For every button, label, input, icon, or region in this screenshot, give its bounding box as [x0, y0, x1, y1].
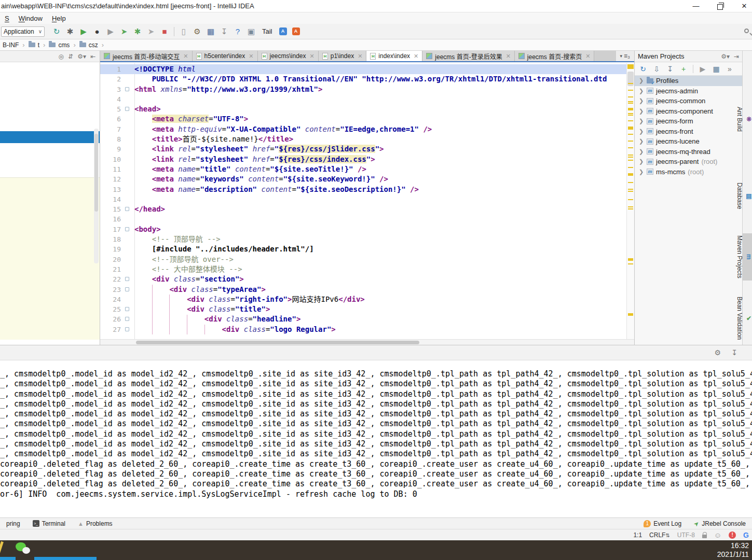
editor-tab[interactable]: jeecms 首页-搜索页✕: [515, 51, 595, 61]
maven-tree-node-jeecms-component[interactable]: ❯mjeecms-component: [635, 106, 742, 117]
make-project-icon[interactable]: ↻: [50, 24, 63, 39]
wechat-icon[interactable]: [16, 542, 30, 556]
horizontal-scrollbar[interactable]: [100, 339, 634, 345]
maven-run-config-icon[interactable]: ▦: [710, 65, 722, 73]
fold-marker-icon[interactable]: [125, 87, 129, 91]
code-line[interactable]: 7 <meta http-equiv="X-UA-Compatible" con…: [100, 124, 634, 134]
run-maven-goal-icon[interactable]: ▶: [696, 65, 709, 73]
code-line[interactable]: 13 <meta name="description" content="${s…: [100, 185, 634, 194]
warning-stripe-mark[interactable]: [628, 83, 633, 84]
close-tab-icon[interactable]: ✕: [506, 53, 511, 60]
maven-tree-node-jeecms-admin[interactable]: ❯mjeecms-admin: [635, 86, 742, 96]
debug-jrebel-icon[interactable]: ✱: [131, 24, 144, 39]
editor-error-stripe[interactable]: [626, 63, 634, 339]
fold-marker-icon[interactable]: [125, 227, 129, 231]
expand-chevron-icon[interactable]: ❯: [639, 169, 644, 175]
warning-stripe-mark[interactable]: [628, 258, 633, 261]
gear-icon[interactable]: ⚙▾: [721, 53, 730, 60]
download-icon[interactable]: ↧: [217, 24, 231, 39]
close-tab-icon[interactable]: ✕: [249, 53, 253, 60]
close-button-icon[interactable]: ✕: [741, 3, 748, 10]
warning-stripe-mark[interactable]: [628, 199, 633, 200]
code-line[interactable]: 4: [100, 94, 634, 104]
maven-tree-node-jeecms-form[interactable]: ❯mjeecms-form: [635, 116, 742, 127]
dock-button-ant-build[interactable]: ❋Ant Build: [743, 105, 752, 134]
profile-jrebel-icon[interactable]: ➤: [144, 24, 158, 39]
help-icon[interactable]: ?: [231, 24, 244, 39]
warning-stripe-mark[interactable]: [628, 147, 633, 148]
horizontal-scrollbar-thumb[interactable]: [136, 341, 419, 344]
hide-panel-icon[interactable]: ⇥: [734, 53, 739, 60]
warning-stripe-mark[interactable]: [628, 191, 633, 192]
expand-chevron-icon[interactable]: ❯: [639, 108, 644, 115]
menu-item-window[interactable]: Window: [15, 13, 46, 23]
expand-chevron-icon[interactable]: ❯: [639, 77, 644, 84]
compile-icon[interactable]: ✱: [63, 24, 77, 39]
warning-stripe-mark[interactable]: [628, 96, 633, 97]
code-line[interactable]: 16: [100, 214, 634, 224]
dock-button-bean-validation[interactable]: ✔Bean Validation: [743, 295, 752, 342]
translate-orange-icon[interactable]: A: [292, 27, 300, 35]
expand-chevron-icon[interactable]: ❯: [639, 97, 644, 104]
fold-marker-icon[interactable]: [125, 327, 129, 331]
warning-stripe-mark[interactable]: [628, 160, 633, 161]
editor-tab[interactable]: jeecms 首页-登录后效果✕: [422, 51, 515, 61]
settings-wrench-icon[interactable]: ⚙: [190, 24, 204, 39]
warning-stripe-mark[interactable]: [628, 101, 633, 102]
fold-marker-icon[interactable]: [125, 277, 129, 281]
jrebel-console-button[interactable]: ➤ JRebel Console: [688, 520, 752, 527]
menu-item-s[interactable]: S: [1, 13, 13, 23]
code-editor[interactable]: 1<!DOCTYPE html2 PUBLIC "-//W3C//DTD XHT…: [100, 63, 634, 339]
warning-stripe-mark[interactable]: [628, 120, 633, 121]
run-configuration-select[interactable]: Application ∨: [1, 26, 45, 37]
code-line[interactable]: 9 <link rel="stylesheet" href="${res}/cs…: [100, 144, 634, 154]
menu-item-help[interactable]: Help: [48, 13, 70, 23]
code-line[interactable]: 22 <div class="section">: [100, 274, 634, 284]
generate-sources-icon[interactable]: ↧: [664, 65, 676, 73]
warning-stripe-mark[interactable]: [627, 64, 634, 69]
editor-tab[interactable]: Hjeecms\index✕: [258, 51, 319, 61]
code-line[interactable]: 18 <!-- 顶部导航 -->: [100, 234, 634, 244]
warning-stripe-mark[interactable]: [628, 90, 633, 91]
warning-stripe-mark[interactable]: [628, 157, 633, 158]
expand-chevron-icon[interactable]: ❯: [639, 138, 644, 145]
left-pane-scrollbar[interactable]: [94, 129, 99, 263]
code-line[interactable]: 5<head>: [100, 104, 634, 114]
scroll-to-end-icon[interactable]: ↧: [731, 348, 737, 357]
warning-stripe-mark[interactable]: [628, 313, 633, 316]
maven-tree-node-profiles[interactable]: ❯Profiles: [635, 76, 742, 86]
warning-stripe-mark[interactable]: [628, 103, 633, 104]
warning-stripe-mark[interactable]: [628, 182, 633, 183]
warning-stripe-mark[interactable]: [628, 141, 633, 142]
caret-position[interactable]: 1:1: [633, 531, 642, 539]
code-line[interactable]: 20 <!--顶部导航 over-->: [100, 255, 634, 264]
fold-marker-icon[interactable]: [125, 317, 129, 321]
reimport-maven-icon[interactable]: ↻: [637, 65, 649, 73]
debug-icon[interactable]: ●: [90, 24, 104, 39]
run-jrebel-icon[interactable]: ➤: [117, 24, 131, 39]
taskbar-fragment[interactable]: [34, 557, 97, 560]
maven-tree-node-ms-mcms[interactable]: ❯mms-mcms (root): [635, 167, 742, 177]
overflow-chevron-icon[interactable]: »: [723, 65, 736, 73]
warning-stripe-mark[interactable]: [628, 189, 633, 190]
stop-icon[interactable]: ■: [158, 24, 171, 39]
hector-inspections-icon[interactable]: ☺: [714, 531, 721, 539]
code-line[interactable]: 14: [100, 194, 634, 204]
maven-tree-node-jeecms-common[interactable]: ❯mjeecms-common: [635, 96, 742, 106]
warning-stripe-mark[interactable]: [628, 134, 633, 135]
close-tab-icon[interactable]: ✕: [414, 53, 418, 60]
fold-marker-icon[interactable]: [125, 107, 129, 111]
code-line[interactable]: 8 <title>首页-${site.name!}</title>: [100, 134, 634, 144]
code-line[interactable]: 19 [#include "../includes/header.html"/]: [100, 244, 634, 254]
download-sources-icon[interactable]: ⇩: [650, 65, 663, 73]
close-tab-icon[interactable]: ✕: [183, 53, 188, 60]
code-line[interactable]: 15</head>: [100, 204, 634, 214]
code-line[interactable]: 24 <div class="right-info">网站支持IPv6</div…: [100, 295, 634, 304]
code-line[interactable]: 17<body>: [100, 225, 634, 234]
tool-window-button-pring[interactable]: pring: [0, 518, 26, 529]
close-tab-icon[interactable]: ✕: [358, 53, 362, 60]
maven-tree-node-jeecms-mq-thread[interactable]: ❯mjeecms-mq-thread: [635, 147, 742, 157]
search-icon[interactable]: [744, 29, 749, 33]
line-ending-select[interactable]: CRLF⇅: [649, 531, 670, 539]
gear-icon[interactable]: ⚙: [714, 348, 721, 357]
